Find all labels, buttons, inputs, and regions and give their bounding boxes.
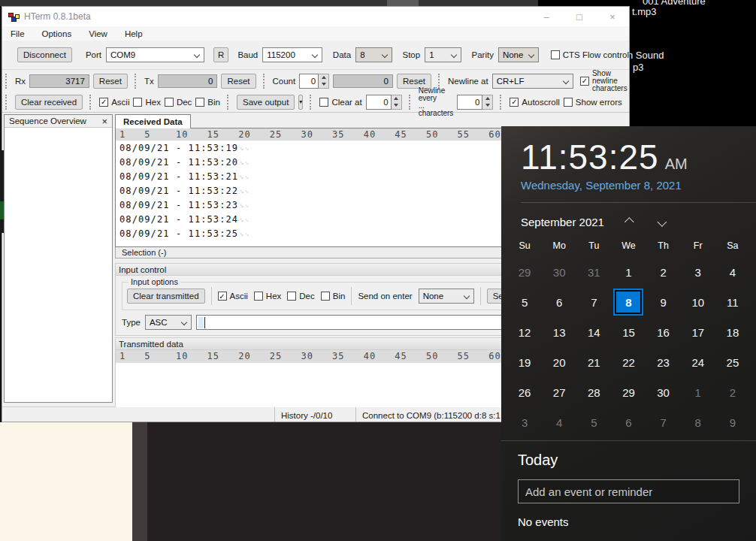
calendar-day[interactable]: 4	[715, 257, 750, 287]
toolbar-grip[interactable]	[500, 95, 503, 110]
spinner-arrows-icon[interactable]	[392, 95, 402, 110]
send-on-enter-select[interactable]: None	[419, 289, 474, 304]
menu-file[interactable]: File	[9, 29, 26, 38]
calendar-day[interactable]: 29	[611, 377, 646, 407]
toolbar-grip[interactable]	[263, 74, 266, 89]
save-output-button[interactable]: Save output	[237, 95, 295, 110]
calendar-day[interactable]: 4	[542, 407, 576, 437]
calendar-day[interactable]: 6	[611, 407, 646, 437]
calendar-day[interactable]: 1	[611, 257, 646, 287]
data-bits-select[interactable]: 8	[355, 47, 392, 62]
toolbar-grip[interactable]	[135, 74, 138, 89]
toolbar-grip[interactable]	[310, 95, 313, 110]
close-icon[interactable]: ×	[596, 7, 629, 26]
toolbar-grip[interactable]	[5, 74, 8, 89]
next-month-button[interactable]	[651, 213, 672, 230]
ascii-checkbox[interactable]: ✓Ascii	[99, 98, 129, 107]
calendar-day[interactable]: 3	[681, 257, 715, 287]
clear-received-button[interactable]: Clear received	[15, 95, 83, 110]
calendar-day[interactable]: 14	[576, 317, 611, 347]
calendar-day[interactable]: 17	[681, 317, 715, 347]
newline-at-select[interactable]: CR+LF	[492, 74, 573, 89]
clear-at-checkbox[interactable]: Clear at	[319, 98, 361, 107]
maximize-icon[interactable]: □	[563, 7, 596, 26]
calendar-day[interactable]: 8	[611, 287, 646, 317]
stop-bits-select[interactable]: 1	[425, 47, 461, 62]
spinner-arrows-icon[interactable]	[319, 74, 329, 89]
clear-transmitted-button[interactable]: Clear transmitted	[127, 289, 205, 304]
calendar-day[interactable]: 25	[715, 347, 750, 377]
calendar-day[interactable]: 26	[507, 377, 542, 407]
titlebar[interactable]: HTerm 0.8.1beta – □ ×	[2, 7, 629, 26]
menu-view[interactable]: View	[87, 29, 109, 38]
calendar-day[interactable]: 9	[715, 407, 750, 437]
rescan-ports-button[interactable]: R	[213, 47, 228, 62]
calendar-day[interactable]: 7	[646, 407, 681, 437]
prev-month-button[interactable]	[617, 213, 638, 230]
calendar-day[interactable]: 15	[611, 317, 646, 347]
calendar-day[interactable]: 28	[576, 377, 611, 407]
save-output-dropdown-button[interactable]: ▾	[298, 95, 303, 110]
cts-flow-control-checkbox[interactable]: CTS Flow control	[551, 50, 629, 59]
calendar-day[interactable]: 20	[542, 347, 576, 377]
parity-select[interactable]: None	[498, 47, 539, 62]
show-newline-checkbox[interactable]: ✓ Show newline characters	[580, 70, 629, 92]
calendar-day[interactable]: 30	[646, 377, 681, 407]
calendar-day[interactable]: 19	[507, 347, 542, 377]
input-ascii-checkbox[interactable]: ✓Ascii	[218, 292, 248, 301]
calendar-day[interactable]: 2	[646, 257, 681, 287]
toolbar-grip[interactable]	[227, 95, 230, 110]
date-link[interactable]: Wednesday, September 8, 2021	[521, 179, 756, 192]
calendar-day[interactable]: 13	[542, 317, 576, 347]
calendar-day[interactable]: 31	[576, 257, 611, 287]
clear-at-spinner[interactable]: 0	[366, 95, 402, 110]
calendar-day[interactable]: 27	[542, 377, 576, 407]
calendar-day[interactable]: 18	[715, 317, 750, 347]
menu-help[interactable]: Help	[123, 29, 144, 38]
toolbar-grip[interactable]	[629, 95, 630, 110]
toolbar-grip[interactable]	[5, 95, 8, 110]
input-dec-checkbox[interactable]: Dec	[287, 292, 314, 301]
calendar-day[interactable]: 29	[507, 257, 542, 287]
calendar-day[interactable]: 6	[542, 287, 576, 317]
baud-select[interactable]: 115200	[262, 47, 322, 62]
toolbar-grip[interactable]	[89, 95, 92, 110]
tx-reset-button[interactable]: Reset	[221, 74, 256, 89]
rx-reset-button[interactable]: Reset	[93, 74, 128, 89]
calendar-day[interactable]: 16	[646, 317, 681, 347]
calendar-day[interactable]: 21	[576, 347, 611, 377]
minimize-icon[interactable]: –	[530, 7, 563, 26]
calendar-day[interactable]: 3	[507, 407, 542, 437]
calendar-day[interactable]: 23	[646, 347, 681, 377]
count-spinner[interactable]: 0	[299, 74, 329, 89]
bin-checkbox[interactable]: Bin	[195, 98, 220, 107]
calendar-day[interactable]: 7	[576, 287, 611, 317]
disconnect-button[interactable]: Disconnect	[17, 47, 72, 62]
menu-options[interactable]: Options	[41, 29, 74, 38]
newline-every-spinner[interactable]: 0	[457, 95, 493, 110]
type-select[interactable]: ASC	[145, 315, 192, 330]
calendar-day[interactable]: 5	[576, 407, 611, 437]
input-bin-checkbox[interactable]: Bin	[321, 292, 346, 301]
calendar-day[interactable]: 12	[507, 317, 542, 347]
toolbar-grip[interactable]	[409, 95, 412, 110]
calendar-day[interactable]: 11	[715, 287, 750, 317]
calendar-day[interactable]: 10	[681, 287, 715, 317]
add-event-input[interactable]: Add an event or reminder	[518, 479, 739, 503]
calendar-day[interactable]: 22	[611, 347, 646, 377]
close-panel-icon[interactable]: ×	[101, 116, 107, 126]
autoscroll-checkbox[interactable]: ✓Autoscroll	[510, 98, 560, 107]
spinner-arrows-icon[interactable]	[482, 95, 493, 110]
calendar-day[interactable]: 8	[681, 407, 715, 437]
calendar-day[interactable]: 24	[681, 347, 715, 377]
calendar-day[interactable]: 2	[715, 377, 750, 407]
input-hex-checkbox[interactable]: Hex	[254, 292, 281, 301]
calendar-day[interactable]: 5	[507, 287, 542, 317]
hex-checkbox[interactable]: Hex	[133, 98, 160, 107]
show-errors-checkbox[interactable]: Show errors	[564, 98, 622, 107]
port-select[interactable]: COM9	[106, 47, 204, 62]
calendar-day[interactable]: 30	[542, 257, 576, 287]
dec-checkbox[interactable]: Dec	[165, 98, 192, 107]
sequence-overview-list[interactable]	[5, 128, 112, 415]
calendar-day[interactable]: 9	[646, 287, 681, 317]
